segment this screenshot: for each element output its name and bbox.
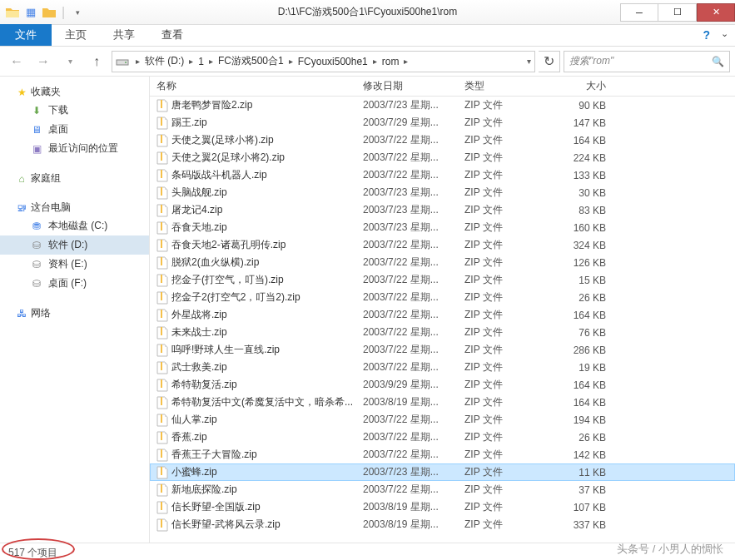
file-size: 15 KB	[548, 275, 631, 286]
sidebar-label: 收藏夹	[31, 85, 61, 99]
file-row[interactable]: 武士救美.zip2003/7/22 星期...ZIP 文件19 KB	[150, 359, 735, 376]
svg-rect-24	[161, 484, 162, 493]
chevron-right-icon[interactable]: ▸	[186, 57, 196, 66]
breadcrumb-item[interactable]: 1	[196, 56, 206, 67]
qat-dropdown-icon[interactable]: ▾	[70, 5, 85, 20]
nav-back-button[interactable]: ←	[5, 50, 28, 73]
zip-file-icon	[156, 186, 171, 200]
file-date: 2003/9/29 星期...	[363, 378, 464, 392]
file-row[interactable]: 希特勒复活中文(希魔复活中文，暗杀希...2003/8/19 星期...ZIP …	[150, 394, 735, 411]
chevron-right-icon[interactable]: ▸	[400, 57, 411, 66]
file-row[interactable]: 挖金子2(打空气2，叮当2).zip2003/7/22 星期...ZIP 文件2…	[150, 289, 735, 306]
file-row[interactable]: 信长野望-全国版.zip2003/8/19 星期...ZIP 文件107 KB	[150, 498, 735, 516]
file-row[interactable]: 仙人掌.zip2003/7/22 星期...ZIP 文件194 KB	[150, 411, 735, 429]
file-size: 224 KB	[548, 152, 631, 164]
sidebar-network[interactable]: 🖧 网络	[0, 305, 149, 322]
file-row[interactable]: 香蕉.zip2003/7/22 星期...ZIP 文件26 KB	[150, 429, 735, 446]
nav-forward-button[interactable]: →	[32, 50, 55, 73]
file-row[interactable]: 未来战士.zip2003/7/22 星期...ZIP 文件76 KB	[150, 324, 735, 341]
nav-recent-button[interactable]: ▾	[58, 50, 82, 73]
file-row[interactable]: 信长野望-武将风云录.zip2003/8/19 星期...ZIP 文件337 K…	[150, 516, 735, 533]
breadcrumb-dropdown-icon[interactable]: ▾	[527, 57, 531, 66]
chevron-right-icon[interactable]: ▸	[206, 57, 216, 66]
chevron-right-icon[interactable]: ▸	[370, 57, 380, 66]
maximize-button[interactable]: ☐	[658, 3, 697, 22]
file-row[interactable]: 天使之翼(足球小将).zip2003/7/22 星期...ZIP 文件164 K…	[150, 131, 735, 149]
file-date: 2003/7/22 星期...	[363, 360, 464, 374]
file-row[interactable]: 新地底探险.zip2003/7/22 星期...ZIP 文件37 KB	[150, 481, 735, 498]
file-row[interactable]: 头脑战舰.zip2003/7/23 星期...ZIP 文件30 KB	[150, 184, 735, 201]
search-input[interactable]: 搜索"rom" 🔍	[564, 51, 730, 72]
file-name: 香蕉.zip	[171, 430, 363, 444]
refresh-button[interactable]: ↻	[539, 51, 560, 72]
sidebar-item-drive-e[interactable]: ⛁ 资料 (E:)	[0, 255, 149, 274]
file-row[interactable]: 天使之翼2(足球小将2).zip2003/7/22 星期...ZIP 文件224…	[150, 149, 735, 166]
svg-rect-17	[161, 362, 162, 370]
minimize-button[interactable]: ─	[620, 3, 658, 22]
help-icon[interactable]: ?	[703, 28, 710, 42]
file-row[interactable]: 屠龙记4.zip2003/7/23 星期...ZIP 文件83 KB	[150, 201, 735, 219]
ribbon-tab-home[interactable]: 主页	[52, 24, 100, 46]
svg-rect-18	[161, 379, 162, 388]
file-name: 小蜜蜂.zip	[171, 465, 363, 479]
breadcrumb-item[interactable]: FC游戏500合1	[216, 54, 286, 68]
ribbon-file-tab[interactable]: 文件	[0, 24, 52, 46]
file-type: ZIP 文件	[464, 255, 548, 270]
file-date: 2003/7/22 星期...	[363, 483, 464, 497]
svg-rect-4	[161, 135, 162, 143]
zip-file-icon	[156, 501, 171, 514]
svg-rect-12	[161, 275, 162, 283]
file-row[interactable]: 小蜜蜂.zip2003/7/23 星期...ZIP 文件11 KB	[150, 463, 735, 481]
sidebar-item-downloads[interactable]: ⬇ 下载	[0, 101, 149, 120]
file-type: ZIP 文件	[464, 151, 548, 165]
zip-file-icon	[156, 309, 171, 322]
sidebar-item-drive-d[interactable]: ⛁ 软件 (D:)	[0, 235, 149, 255]
breadcrumb-item[interactable]: rom	[380, 56, 401, 67]
breadcrumb[interactable]: ▸ 软件 (D:) ▸ 1 ▸ FC游戏500合1 ▸ FCyouxi500he…	[112, 51, 535, 72]
file-row[interactable]: 吞食天地.zip2003/7/23 星期...ZIP 文件160 KB	[150, 219, 735, 236]
ribbon-tab-view[interactable]: 查看	[148, 24, 196, 46]
search-icon[interactable]: 🔍	[712, 56, 724, 67]
sidebar-item-desktop[interactable]: 🖥 桌面	[0, 120, 149, 139]
ribbon-tab-share[interactable]: 共享	[100, 24, 148, 46]
ribbon-expand-icon[interactable]: ⌄	[721, 28, 728, 39]
column-headers: 名称 修改日期 类型 大小	[150, 77, 735, 97]
column-name[interactable]: 名称	[156, 79, 363, 93]
sidebar-item-drive-c[interactable]: ⛃ 本地磁盘 (C:)	[0, 216, 149, 235]
file-list[interactable]: 唐老鸭梦冒险2.zip2003/7/23 星期...ZIP 文件90 KB踢王.…	[150, 97, 735, 543]
file-size: 194 KB	[548, 414, 631, 426]
file-row[interactable]: 香蕉王子大冒险.zip2003/7/22 星期...ZIP 文件142 KB	[150, 446, 735, 463]
file-row[interactable]: 条码版战斗机器人.zip2003/7/22 星期...ZIP 文件133 KB	[150, 166, 735, 184]
svg-rect-21	[161, 432, 162, 440]
sidebar-item-drive-f[interactable]: ⛁ 桌面 (F:)	[0, 274, 149, 293]
chevron-right-icon[interactable]: ▸	[132, 57, 143, 66]
file-row[interactable]: 吞食天地2-诸葛孔明传.zip2003/7/22 星期...ZIP 文件324 …	[150, 236, 735, 254]
column-size[interactable]: 大小	[548, 79, 631, 93]
computer-icon: 🖳	[15, 201, 28, 215]
file-size: 76 KB	[548, 327, 631, 339]
open-icon[interactable]	[42, 5, 57, 20]
file-row[interactable]: 脱狱2(血火纵横).zip2003/7/22 星期...ZIP 文件126 KB	[150, 254, 735, 271]
file-row[interactable]: 唐老鸭梦冒险2.zip2003/7/23 星期...ZIP 文件90 KB	[150, 97, 735, 114]
svg-rect-26	[161, 519, 162, 528]
close-button[interactable]: ✕	[697, 3, 735, 22]
file-row[interactable]: 挖金子(打空气，叮当).zip2003/7/22 星期...ZIP 文件15 K…	[150, 271, 735, 289]
file-type: ZIP 文件	[464, 430, 548, 444]
properties-icon[interactable]: ▦	[23, 5, 38, 20]
file-row[interactable]: 呜呼!野球人生一直线.zip2003/7/22 星期...ZIP 文件286 K…	[150, 341, 735, 359]
chevron-right-icon[interactable]: ▸	[286, 57, 296, 66]
sidebar-computer[interactable]: 🖳 这台电脑	[0, 199, 149, 216]
nav-up-button[interactable]: ↑	[85, 50, 108, 73]
sidebar-favorites[interactable]: ★ 收藏夹	[0, 83, 149, 101]
column-type[interactable]: 类型	[464, 79, 548, 93]
file-row[interactable]: 踢王.zip2003/7/29 星期...ZIP 文件147 KB	[150, 114, 735, 131]
breadcrumb-item[interactable]: 软件 (D:)	[143, 54, 186, 68]
sidebar-item-recent[interactable]: ▣ 最近访问的位置	[0, 139, 149, 158]
breadcrumb-item[interactable]: FCyouxi500he1	[296, 56, 370, 67]
file-size: 147 KB	[548, 117, 631, 129]
sidebar-homegroup[interactable]: ⌂ 家庭组	[0, 170, 149, 187]
file-row[interactable]: 外星战将.zip2003/7/22 星期...ZIP 文件164 KB	[150, 306, 735, 324]
column-date[interactable]: 修改日期	[363, 79, 464, 93]
file-row[interactable]: 希特勒复活.zip2003/9/29 星期...ZIP 文件164 KB	[150, 376, 735, 394]
zip-file-icon	[156, 134, 171, 147]
